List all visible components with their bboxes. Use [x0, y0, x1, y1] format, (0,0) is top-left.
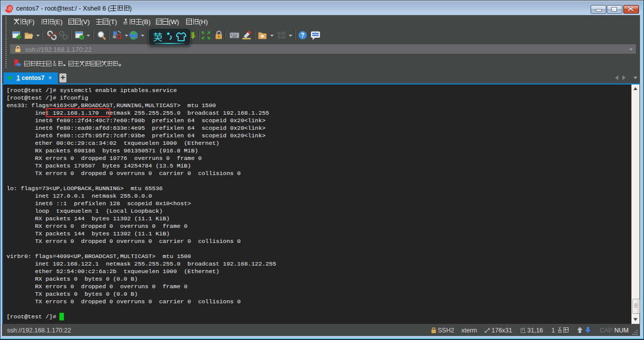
svg-text:?: ? [301, 32, 304, 39]
